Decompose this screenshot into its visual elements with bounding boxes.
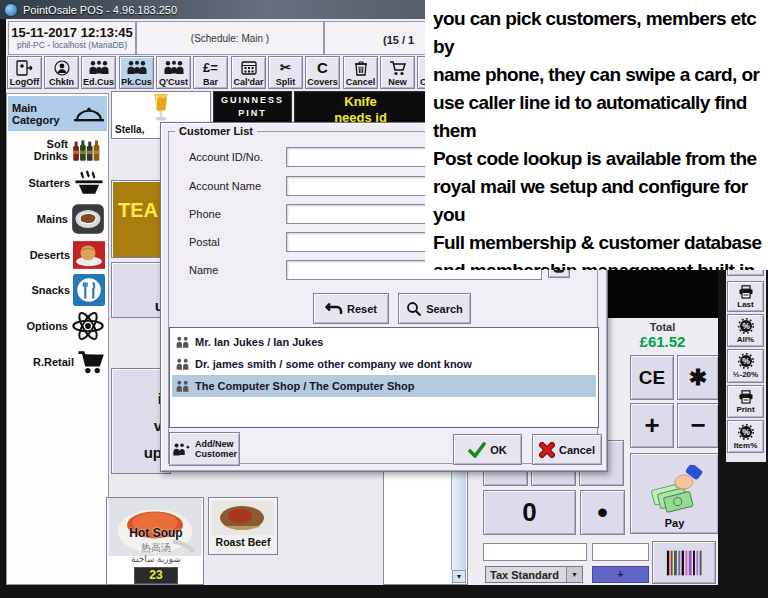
sidebar-item-main-category[interactable]: Main Category — [8, 96, 107, 131]
product-name: Roast Beef — [209, 536, 277, 548]
cart-icon — [389, 59, 407, 76]
annotation-note: you can pick customers, members etc by n… — [425, 0, 768, 270]
numpad-key-plus[interactable]: + — [630, 403, 674, 448]
numpad-key-dot[interactable]: • — [580, 490, 625, 535]
product-name-arabic: شوربة ساخنة — [107, 554, 205, 564]
people-group-icon — [163, 59, 185, 76]
new-order-label: New — [388, 77, 407, 87]
checkin-button[interactable]: ChkIn — [44, 56, 79, 89]
covers-icon: C — [317, 59, 328, 76]
logoff-label: LogOff — [10, 77, 40, 87]
last-receipt-button[interactable]: Last — [727, 281, 764, 312]
checkin-label: ChkIn — [49, 77, 74, 87]
tax-selector-value: Tax Standard — [486, 569, 566, 581]
discount-half-20-button[interactable]: % ½-20% — [727, 349, 764, 383]
numpad-key-ce[interactable]: CE — [630, 355, 674, 400]
split-button[interactable]: ✂ Split — [268, 56, 303, 89]
svg-text:%: % — [742, 427, 750, 437]
checkin-icon — [54, 59, 70, 76]
quick-customer-button[interactable]: Q'Cust — [156, 56, 191, 89]
product-name: Hot Soup — [107, 526, 205, 540]
pick-customer-button[interactable]: Pk.Cus — [119, 56, 154, 89]
money-hand-icon — [646, 465, 704, 515]
split-label: Split — [276, 77, 296, 87]
tax-selector[interactable]: Tax Standard ▼ — [485, 566, 583, 583]
total-value: £61.52 — [607, 333, 718, 350]
reset-button[interactable]: Reset — [313, 293, 389, 324]
discount-item-button[interactable]: % Item% — [727, 420, 764, 453]
chevron-down-icon[interactable]: ▼ — [566, 567, 582, 582]
host-text: phil-PC - localhost (MariaDB) — [9, 40, 135, 50]
steak-icon — [71, 203, 105, 235]
cancel-button[interactable]: Cancel — [532, 434, 602, 465]
numpad-key-star[interactable]: ✱ — [677, 355, 719, 400]
customer-name: The Computer Shop / The Computer Shop — [195, 380, 414, 392]
new-order-button[interactable]: New — [380, 56, 415, 89]
cutlery-icon — [73, 274, 105, 306]
logoff-button[interactable]: LogOff — [7, 56, 42, 89]
add-new-customer-button[interactable]: Add/New Customer — [169, 432, 240, 466]
people-group-icon — [126, 59, 148, 76]
customer-display — [607, 268, 718, 318]
print-button[interactable]: Print — [727, 385, 764, 418]
numpad-key-minus[interactable]: − — [677, 403, 719, 448]
sidebar-item-snacks[interactable]: Snacks — [8, 272, 107, 307]
field-label-phone: Phone — [189, 208, 221, 220]
field-label-account-name: Account Name — [189, 180, 261, 192]
product-name-chinese: 热高汤 — [107, 541, 205, 555]
schedule-text: (Schedule: Main ) — [137, 33, 323, 44]
barcode-button[interactable] — [652, 541, 716, 584]
sidebar-item-retail[interactable]: R.Retail — [8, 345, 107, 378]
sidebar-item-options[interactable]: Options — [8, 308, 107, 344]
steaming-bowl-icon — [73, 170, 105, 197]
roast-beef-image — [209, 498, 277, 536]
printer-icon — [738, 285, 754, 299]
menu-item-hot-soup[interactable]: Hot Soup 热高汤 شوربة ساخنة 23 — [106, 497, 204, 585]
scroll-down-icon[interactable]: ▼ — [452, 570, 466, 583]
discount-all-button[interactable]: % All% — [727, 314, 764, 347]
menu-item-guinness[interactable]: GUINNESS PINT — [213, 91, 292, 123]
add-new-label: Add/New Customer — [195, 439, 237, 459]
pay-button[interactable]: Pay — [630, 453, 719, 534]
search-button[interactable]: Search — [398, 293, 471, 324]
numpad-key-0[interactable]: 0 — [483, 490, 576, 535]
customer-name: Mr. Ian Jukes / Ian Jukes — [195, 336, 323, 348]
calendar-button[interactable]: Cal'dar — [231, 56, 266, 89]
edit-customer-button[interactable]: Ed.Cus — [81, 56, 116, 89]
customer-row[interactable]: Mr. Ian Jukes / Ian Jukes — [172, 331, 596, 353]
sidebar-item-soft-drinks[interactable]: Soft Drinks — [8, 133, 107, 166]
bar-button[interactable]: £= Bar — [193, 56, 228, 89]
qty-field[interactable] — [592, 543, 649, 561]
pick-customer-label: Pk.Cus — [121, 77, 152, 87]
field-label-postal: Postal — [189, 236, 220, 248]
plus-quantity-button[interactable]: + — [592, 566, 649, 583]
atom-icon — [71, 311, 105, 341]
people-pair-icon — [175, 358, 190, 371]
bar-label: Bar — [203, 77, 218, 87]
people-pair-icon — [175, 336, 190, 349]
side-action-label: ½-20% — [733, 370, 758, 379]
cancel-order-button[interactable]: Cancel — [343, 56, 378, 89]
cloche-icon — [73, 103, 105, 125]
header-schedule-cell: (Schedule: Main ) — [136, 21, 324, 55]
covers-label: Covers — [307, 77, 338, 87]
sidebar-item-mains[interactable]: Mains — [8, 200, 107, 237]
covers-button[interactable]: C Covers — [305, 56, 340, 89]
app-icon — [4, 3, 18, 17]
logoff-icon — [16, 59, 34, 76]
entry-field[interactable] — [483, 543, 587, 561]
reset-label: Reset — [347, 303, 377, 315]
barcode-icon — [665, 549, 703, 577]
cancel-label: Cancel — [559, 444, 595, 456]
datetime-text: 15-11-2017 12:13:45 — [9, 25, 135, 40]
customer-row-selected[interactable]: The Computer Shop / The Computer Shop — [172, 375, 596, 397]
people-pair-icon — [175, 380, 190, 393]
ok-button[interactable]: OK — [453, 434, 522, 465]
menu-item-roast-beef[interactable]: Roast Beef — [208, 497, 278, 555]
sidebar-item-deserts[interactable]: Deserts — [8, 238, 107, 271]
sidebar-label: Main Category — [8, 102, 70, 126]
sidebar-item-starters[interactable]: Starters — [8, 167, 107, 199]
customer-row[interactable]: Dr. james smith / some other company we … — [172, 353, 596, 375]
side-action-label: Item% — [734, 441, 758, 450]
percent-icon: % — [738, 318, 754, 334]
